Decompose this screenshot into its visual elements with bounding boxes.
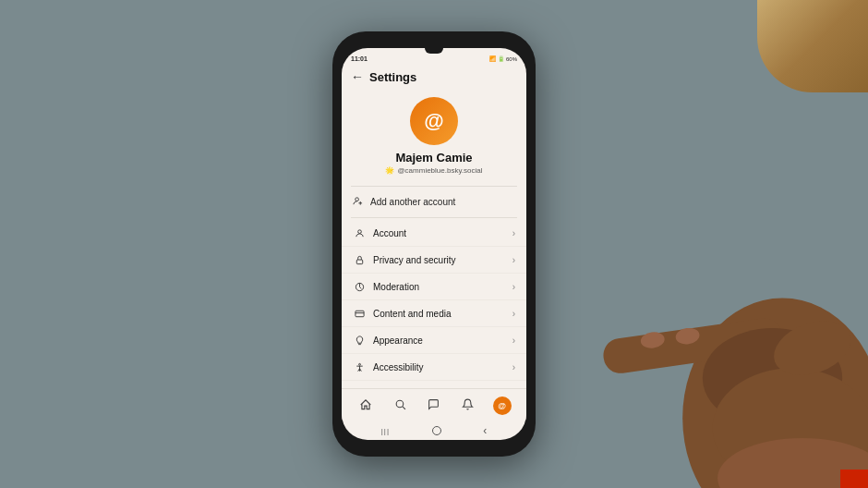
svg-point-22 bbox=[675, 326, 701, 346]
nav-home[interactable] bbox=[353, 395, 379, 417]
moderation-icon bbox=[353, 280, 366, 293]
chevron-appearance: › bbox=[512, 336, 515, 346]
nav-profile-active[interactable]: @ bbox=[489, 395, 515, 417]
battery-icon: 🔋 bbox=[498, 55, 504, 62]
menu-label-appearance: Appearance bbox=[373, 336, 512, 346]
svg-rect-6 bbox=[355, 311, 363, 316]
content-icon bbox=[353, 307, 366, 320]
menu-item-accessibility[interactable]: Accessibility › bbox=[342, 354, 526, 381]
add-account-row[interactable]: Add another account bbox=[342, 189, 526, 215]
svg-point-21 bbox=[640, 331, 666, 350]
menu-label-content: Content and media bbox=[373, 309, 512, 319]
chevron-moderation: › bbox=[512, 282, 515, 292]
add-account-label: Add another account bbox=[370, 197, 455, 207]
svg-point-13 bbox=[396, 400, 404, 408]
chat-icon bbox=[428, 398, 440, 413]
account-icon bbox=[353, 226, 366, 239]
svg-rect-16 bbox=[601, 316, 784, 376]
corner-decoration bbox=[757, 0, 868, 92]
hand-overlay bbox=[499, 118, 868, 488]
sun-icon: 🌟 bbox=[385, 166, 394, 175]
menu-item-appearance[interactable]: Appearance › bbox=[342, 327, 526, 354]
menu-item-content[interactable]: Content and media › bbox=[342, 300, 526, 327]
chevron-content: › bbox=[512, 309, 515, 319]
phone-device: 11:01 📶 🔋 60% ← Settings @ Majem Camie 🌟… bbox=[332, 31, 536, 457]
menu-label-moderation: Moderation bbox=[373, 282, 512, 292]
nav-bell[interactable] bbox=[455, 395, 481, 417]
back-button[interactable]: ← bbox=[351, 69, 364, 84]
avatar-symbol: @ bbox=[424, 111, 443, 131]
menu-item-moderation[interactable]: Moderation › bbox=[342, 274, 526, 300]
home-icon bbox=[359, 398, 372, 414]
privacy-icon bbox=[353, 253, 366, 266]
profile-name: Majem Camie bbox=[395, 151, 472, 165]
chevron-accessibility: › bbox=[512, 362, 515, 372]
profile-active-dot: @ bbox=[493, 396, 512, 415]
chevron-privacy: › bbox=[512, 255, 515, 265]
svg-rect-4 bbox=[356, 260, 362, 264]
profile-section: @ Majem Camie 🌟 @cammieblue.bsky.social bbox=[342, 90, 526, 184]
phone-screen: 11:01 📶 🔋 60% ← Settings @ Majem Camie 🌟… bbox=[342, 48, 526, 440]
svg-point-20 bbox=[766, 311, 859, 384]
divider-2 bbox=[351, 217, 517, 218]
profile-nav-icon: @ bbox=[498, 401, 506, 410]
menu-item-privacy[interactable]: Privacy and security › bbox=[342, 247, 526, 274]
divider-1 bbox=[351, 186, 517, 187]
add-account-icon bbox=[353, 196, 363, 208]
menu-label-accessibility: Accessibility bbox=[373, 362, 512, 372]
corner-sticker bbox=[840, 470, 868, 488]
status-right: 📶 🔋 60% bbox=[489, 55, 517, 62]
accessibility-icon bbox=[353, 360, 366, 373]
svg-line-14 bbox=[403, 407, 405, 409]
status-time: 11:01 bbox=[351, 55, 368, 62]
profile-handle-row: 🌟 @cammieblue.bsky.social bbox=[385, 166, 482, 175]
signal-icon: 📶 bbox=[489, 55, 496, 62]
svg-point-17 bbox=[703, 328, 842, 428]
bottom-nav: @ bbox=[342, 388, 526, 421]
menu-item-account[interactable]: Account › bbox=[342, 220, 526, 247]
svg-point-9 bbox=[358, 363, 360, 365]
back-gesture[interactable]: ‹ bbox=[483, 424, 487, 437]
appearance-icon bbox=[353, 334, 366, 347]
recent-apps-btn[interactable]: ||| bbox=[381, 427, 390, 435]
avatar: @ bbox=[410, 97, 458, 145]
profile-handle: @cammieblue.bsky.social bbox=[397, 166, 482, 175]
menu-list: Account › Privacy and security › bbox=[342, 220, 526, 388]
chevron-account: › bbox=[512, 228, 515, 238]
svg-point-15 bbox=[682, 299, 868, 488]
home-indicator: ||| ‹ bbox=[342, 421, 526, 440]
home-button[interactable] bbox=[432, 426, 441, 435]
notch bbox=[425, 48, 443, 54]
nav-chat[interactable] bbox=[421, 395, 447, 417]
page-title: Settings bbox=[369, 70, 416, 84]
svg-point-3 bbox=[357, 229, 361, 233]
app-header: ← Settings bbox=[342, 66, 526, 90]
menu-label-privacy: Privacy and security bbox=[373, 255, 512, 265]
search-icon bbox=[394, 398, 406, 413]
svg-point-0 bbox=[356, 198, 359, 201]
menu-item-languages[interactable]: Languages › bbox=[342, 381, 526, 388]
menu-label-account: Account bbox=[373, 228, 512, 238]
bell-icon bbox=[462, 398, 474, 413]
battery-percent: 60% bbox=[506, 56, 517, 62]
nav-search[interactable] bbox=[387, 395, 413, 417]
